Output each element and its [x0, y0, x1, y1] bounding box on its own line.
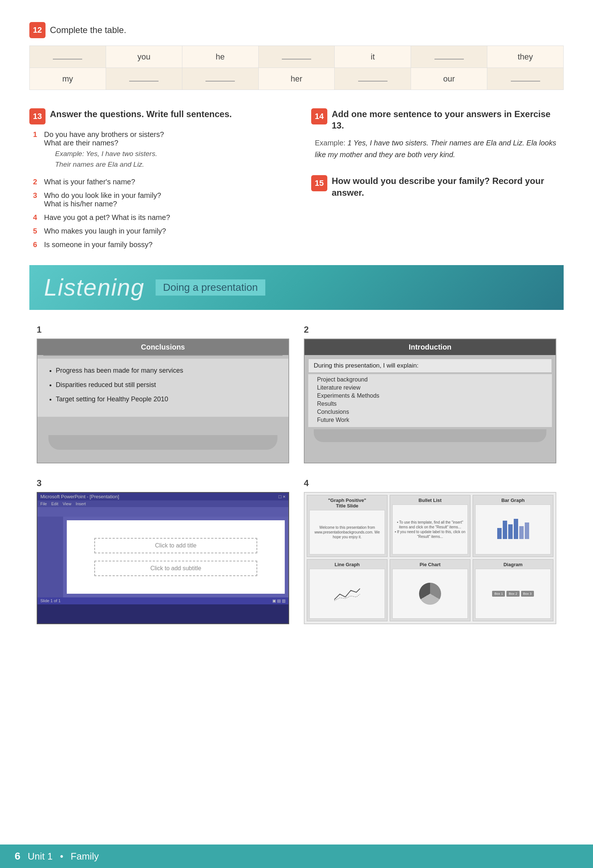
intro-item-1: Project background: [317, 376, 543, 383]
ppt-titlebar-text: Microsoft PowerPoint - [Presentation]: [40, 494, 119, 499]
ppt-click-subtitle[interactable]: Click to add subtitle: [94, 561, 257, 576]
footer-unit-text: Unit 1: [28, 851, 53, 862]
footer-dot: •: [60, 851, 63, 862]
bar-1: [497, 528, 502, 539]
q-num-1: 1: [33, 130, 40, 173]
table-cell-blank5: [182, 68, 258, 90]
template-diagram-preview: Box 1 Box 2 Box 3: [475, 569, 551, 619]
example-1: Example: Yes, I have two sisters.Their n…: [55, 149, 282, 170]
q-num-6: 6: [33, 241, 40, 249]
listening-banner: Listening Doing a presentation: [29, 265, 564, 310]
slide-4-number: 4: [304, 478, 556, 488]
table-cell-our: our: [411, 68, 487, 90]
intro-item-3: Experiments & Methods: [317, 393, 543, 399]
question-2: 2 What is your father's name?: [33, 178, 282, 186]
template-pie-preview: [392, 569, 468, 619]
exercise-15-badge: 15: [311, 175, 327, 191]
template-bar-graph[interactable]: Bar Graph: [472, 495, 553, 557]
diagram-box-1: Box 1: [492, 591, 505, 597]
exercise-14-body: Example: 1 Yes, I have two sisters. Thei…: [311, 137, 564, 161]
template-pie-chart[interactable]: Pie Chart: [390, 559, 471, 621]
slide-footer2: [314, 429, 546, 442]
slide-1-number: 1: [37, 325, 289, 335]
intro-item-4: Results: [317, 401, 543, 407]
ppt-canvas: Click to add title Click to add subtitle: [67, 520, 285, 594]
template-line-label: Line Graph: [335, 562, 360, 567]
exercise-13: 13 Answer the questions. Write full sent…: [29, 108, 282, 249]
table-cell-he: he: [182, 46, 258, 68]
q-text-6: Is someone in your family bossy?: [44, 241, 282, 249]
exercise-13-badge: 13: [29, 108, 46, 124]
template-line-graph[interactable]: Line Graph: [307, 559, 387, 621]
ppt-click-title[interactable]: Click to add title: [94, 538, 257, 554]
q-text-2: What is your father's name?: [44, 178, 282, 186]
template-pie-label: Pie Chart: [419, 562, 440, 567]
question-6: 6 Is someone in your family bossy?: [33, 241, 282, 249]
example-14-label: Example:: [315, 139, 347, 147]
slide-introduction-header: Introduction: [305, 339, 556, 355]
exercise-12-badge: 12: [29, 22, 46, 38]
col-right: 14 Add one more sentence to your answers…: [311, 108, 564, 254]
exercise-14-title: Add one more sentence to your answers in…: [332, 108, 564, 131]
slide-4-item: 4 "Graph Positive"Title Slide Welcome to…: [304, 478, 556, 624]
page-number: 6: [15, 850, 21, 862]
exercise-12-instruction: Complete the table.: [50, 25, 126, 35]
template-bullet-preview: • To use this template, find all the "in…: [392, 505, 468, 554]
exercises-13-14-section: 13 Answer the questions. Write full sent…: [29, 108, 564, 254]
table-cell-blank2: [258, 46, 335, 68]
intro-list: Project background Literature review Exp…: [308, 374, 552, 427]
slide-conclusions-body: Progress has been made for many services…: [37, 359, 288, 417]
template-diagram[interactable]: Diagram Box 1 Box 2 Box 3: [472, 559, 553, 621]
conclusions-list: Progress has been made for many services…: [49, 366, 277, 404]
table-cell-blank3: [411, 46, 487, 68]
template-bar-label: Bar Graph: [501, 497, 525, 503]
table-cell-you: you: [106, 46, 182, 68]
template-title-label: "Graph Positive"Title Slide: [328, 497, 366, 509]
table-cell-it: it: [335, 46, 411, 68]
table-cell-her: her: [258, 68, 335, 90]
template-bullet-list[interactable]: Bullet List • To use this template, find…: [390, 495, 471, 557]
ppt-status: Slide 1 of 1 ▣ ▤ ▥: [37, 597, 288, 604]
listening-title: Listening: [44, 274, 144, 301]
slide-templates: "Graph Positive"Title Slide Welcome to t…: [304, 492, 556, 624]
slide-1-item: 1 Conclusions Progress has been made for…: [37, 325, 289, 464]
question-list: 1 Do you have any brothers or sisters?Wh…: [29, 130, 282, 249]
ppt-menu-edit[interactable]: Edit: [52, 502, 58, 506]
exercise-14: 14 Add one more sentence to your answers…: [311, 108, 564, 161]
template-line-preview: [309, 569, 385, 619]
exercise-15: 15 How would you describe your family? R…: [311, 175, 564, 198]
exercise-13-title: Answer the questions. Write full sentenc…: [50, 108, 232, 120]
slide-conclusions: Conclusions Progress has been made for m…: [37, 338, 289, 464]
footer-unit-name: Family: [71, 851, 99, 862]
slide-2-number: 2: [304, 325, 556, 335]
exercise-13-header: 13 Answer the questions. Write full sent…: [29, 108, 282, 124]
table-cell-blank6: [335, 68, 411, 90]
ppt-menu: File Edit View Insert: [37, 500, 288, 507]
diagram-boxes: Box 1 Box 2 Box 3: [491, 589, 535, 598]
col-left: 13 Answer the questions. Write full sent…: [29, 108, 282, 254]
template-title-text: Welcome to this presentation from www.pr…: [310, 524, 384, 541]
template-bar-preview: [475, 505, 551, 554]
bar-graph-mini: [496, 518, 531, 540]
example-14-text: 1 Yes, I have two sisters. Their names a…: [315, 139, 556, 159]
table-cell-my: my: [30, 68, 106, 90]
slide-2-item: 2 Introduction During this presentation,…: [304, 325, 556, 464]
conclusion-2: Disparities reduced but still persist: [56, 380, 277, 390]
ppt-status-right: ▣ ▤ ▥: [272, 598, 285, 603]
q-text-1: Do you have any brothers or sisters?What…: [44, 130, 282, 173]
exercise-14-header: 14 Add one more sentence to your answers…: [311, 108, 564, 131]
table-cell-they: they: [487, 46, 564, 68]
exercise-15-header: 15 How would you describe your family? R…: [311, 175, 564, 198]
intro-item-6: Future Work: [317, 417, 543, 423]
template-title-slide[interactable]: "Graph Positive"Title Slide Welcome to t…: [307, 495, 387, 557]
intro-item-5: Conclusions: [317, 409, 543, 415]
q-num-4: 4: [33, 213, 40, 222]
template-bullet-text: • To use this template, find all the "in…: [393, 518, 468, 540]
ppt-menu-view[interactable]: View: [63, 502, 72, 506]
question-4: 4 Have you got a pet? What is its name?: [33, 213, 282, 222]
pronoun-table: you he it they my her our: [29, 46, 564, 90]
ppt-menu-insert[interactable]: Insert: [76, 502, 86, 506]
q-num-5: 5: [33, 227, 40, 235]
ppt-menu-file[interactable]: File: [40, 502, 47, 506]
ppt-toolbar: [37, 507, 288, 517]
